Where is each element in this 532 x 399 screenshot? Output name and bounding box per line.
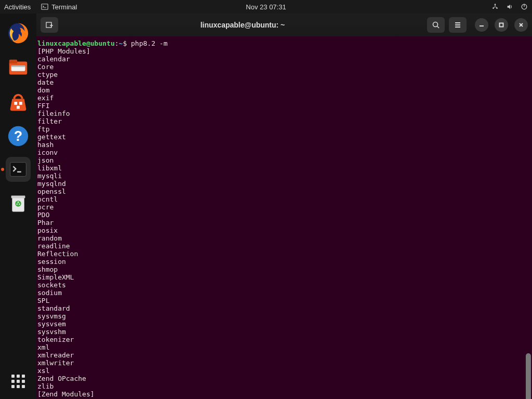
svg-rect-13 (17, 106, 20, 109)
terminal-window: linuxcapable@ubuntu: ~ linuxcapable@ubun… (36, 14, 532, 399)
output-line: zlib (37, 382, 530, 390)
svg-line-24 (437, 26, 440, 29)
gnome-top-bar: Activities Terminal Nov 23 07:31 (0, 0, 532, 14)
files-launcher[interactable] (5, 54, 32, 81)
output-line: filter (37, 117, 530, 125)
output-line: SimpleXML (37, 273, 530, 281)
output-line: xmlwriter (37, 359, 530, 367)
firefox-launcher[interactable] (5, 20, 32, 47)
svg-rect-12 (19, 102, 22, 105)
svg-rect-11 (14, 102, 17, 105)
output-line: Reflection (37, 250, 530, 258)
terminal-body[interactable]: linuxcapable@ubuntu:~$ php8.2 -m [PHP Mo… (36, 36, 532, 399)
svg-rect-29 (500, 23, 503, 27)
output-line: Zend OPcache (37, 375, 530, 382)
output-line: hash (37, 141, 530, 149)
output-line: tokenizer (37, 336, 530, 343)
software-launcher[interactable] (5, 88, 32, 115)
output-line: PDO (37, 211, 530, 219)
window-title: linuxcapable@ubuntu: ~ (62, 21, 423, 29)
hamburger-menu-button[interactable] (449, 17, 467, 33)
svg-rect-20 (46, 22, 51, 28)
maximize-button[interactable] (495, 18, 508, 32)
output-line: pcntl (37, 195, 530, 203)
output-line: pcre (37, 203, 530, 211)
output-line: [Zend Modules] (37, 390, 530, 398)
output-line: readline (37, 242, 530, 250)
terminal-launcher[interactable] (6, 157, 31, 182)
output-line: gettext (37, 133, 530, 141)
clock[interactable]: Nov 23 07:31 (246, 3, 286, 11)
output-line: sodium (37, 289, 530, 297)
prompt-line: linuxcapable@ubuntu:~$ php8.2 -m (37, 39, 530, 47)
output-line: sysvmsg (37, 312, 530, 320)
output-line: json (37, 156, 530, 164)
scrollbar-thumb[interactable] (526, 353, 531, 399)
output-line: SPL (37, 297, 530, 304)
output-line: [PHP Modules] (37, 47, 530, 55)
output-line: iconv (37, 149, 530, 156)
app-menu-label: Terminal (51, 3, 77, 11)
trash-launcher[interactable] (5, 189, 32, 216)
close-button[interactable] (514, 18, 528, 32)
network-icon[interactable] (491, 3, 499, 10)
terminal-icon (41, 3, 48, 10)
output-line: exif (37, 94, 530, 102)
activities-button[interactable]: Activities (4, 3, 31, 11)
show-applications-button[interactable] (8, 371, 29, 392)
output-line: sysvshm (37, 328, 530, 336)
volume-icon[interactable] (506, 3, 513, 10)
svg-rect-8 (9, 60, 17, 64)
svg-point-23 (433, 22, 438, 27)
output-line: ctype (37, 71, 530, 78)
output-line: xml (37, 343, 530, 351)
output-line: mysqlnd (37, 180, 530, 188)
output-line: Phar (37, 219, 530, 227)
new-tab-button[interactable] (41, 17, 58, 33)
output-line: mysqli (37, 172, 530, 180)
svg-rect-16 (10, 163, 26, 177)
output-line: sockets (37, 281, 530, 289)
output-line: date (37, 78, 530, 86)
output-line: random (37, 234, 530, 242)
command-text: php8.2 -m (131, 39, 167, 47)
output-line: standard (37, 304, 530, 312)
output-line: xsl (37, 367, 530, 375)
svg-rect-0 (42, 4, 48, 10)
terminal-headerbar: linuxcapable@ubuntu: ~ (36, 14, 532, 36)
svg-rect-10 (11, 65, 25, 67)
output-line: Core (37, 63, 530, 71)
minimize-button[interactable] (475, 18, 488, 32)
power-icon[interactable] (521, 3, 528, 10)
output-line: calendar (37, 55, 530, 63)
output-line: posix (37, 227, 530, 234)
search-button[interactable] (427, 17, 445, 33)
output-line: session (37, 258, 530, 265)
svg-rect-19 (11, 196, 25, 198)
app-menu[interactable]: Terminal (41, 3, 77, 11)
output-line: xmlreader (37, 351, 530, 359)
output-line: sysvsem (37, 320, 530, 328)
output-line: fileinfo (37, 110, 530, 117)
output-line: openssl (37, 188, 530, 195)
output-line: dom (37, 86, 530, 94)
help-launcher[interactable]: ? (5, 123, 32, 150)
prompt-colon: : (115, 39, 119, 47)
svg-text:?: ? (14, 128, 22, 144)
output-line: shmop (37, 265, 530, 273)
prompt-userhost: linuxcapable@ubuntu (37, 39, 115, 47)
dock: ? (0, 14, 36, 399)
apps-grid-icon (11, 375, 25, 388)
output-line: FFI (37, 102, 530, 110)
output-line: ftp (37, 125, 530, 133)
output-line: libxml (37, 164, 530, 172)
